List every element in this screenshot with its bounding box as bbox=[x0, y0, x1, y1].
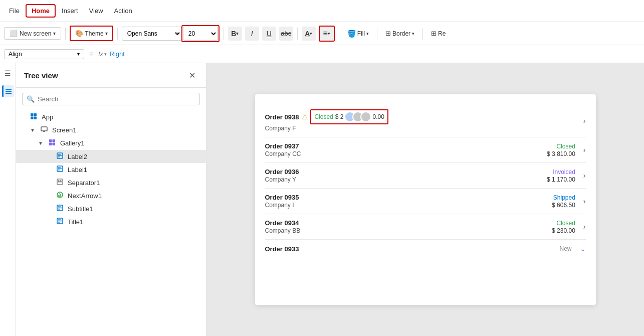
underline-icon: U bbox=[267, 30, 272, 38]
tree-item-label1[interactable]: Label1 bbox=[16, 163, 206, 176]
align-icon: ≡ bbox=[323, 29, 328, 38]
app-label: App bbox=[42, 113, 53, 121]
re-label: Re bbox=[438, 30, 446, 37]
hamburger-icon[interactable]: ☰ bbox=[2, 67, 14, 79]
amount-0935: $ 606.50 bbox=[552, 202, 575, 209]
bold-button[interactable]: B ▾ bbox=[228, 27, 242, 41]
chevron-0934: › bbox=[583, 223, 586, 231]
fill-button[interactable]: 🪣 Fill ▾ bbox=[343, 27, 373, 40]
theme-icon: 🎨 bbox=[75, 30, 83, 37]
divider-7 bbox=[422, 28, 423, 40]
menu-bar: File Home Insert View Action bbox=[0, 0, 644, 22]
menu-file[interactable]: File bbox=[4, 5, 25, 17]
company-0937: Company CC bbox=[265, 150, 301, 157]
svg-rect-1 bbox=[6, 91, 12, 92]
menu-action[interactable]: Action bbox=[109, 5, 137, 17]
screen1-arrow: ▼ bbox=[30, 127, 36, 133]
menu-home[interactable]: Home bbox=[26, 4, 56, 18]
font-color-icon: A bbox=[305, 30, 310, 38]
screen-icon bbox=[41, 126, 48, 134]
main-layout: ☰ Tree view ✕ 🔍 bbox=[0, 63, 644, 336]
side-icons: ☰ bbox=[0, 63, 16, 336]
nextarrow1-icon bbox=[57, 192, 63, 200]
fx-button[interactable]: fx ▾ bbox=[98, 51, 106, 58]
canvas-area: Order 0938 ⚠ Closed $ 2 bbox=[206, 63, 644, 336]
equals-sign: = bbox=[87, 50, 95, 58]
separator1-icon bbox=[57, 179, 63, 187]
gallery-row-2[interactable]: Order 0936 Invoiced Company Y $ 1,170.00… bbox=[265, 163, 586, 189]
border-label: Border bbox=[392, 30, 410, 37]
tree-item-label2[interactable]: Label2 bbox=[16, 150, 206, 163]
gallery-row-3[interactable]: Order 0935 Shipped Company I $ 606.50 › bbox=[265, 189, 586, 214]
strikethrough-button[interactable]: abc bbox=[279, 27, 293, 41]
svg-rect-10 bbox=[53, 139, 56, 142]
gallery-row-5[interactable]: Order 0933 New ⌄ bbox=[265, 240, 586, 258]
avatar-3 bbox=[360, 111, 371, 122]
selected-row-highlight: Closed $ 2 0.00 bbox=[310, 109, 388, 124]
align-button[interactable]: ≡ ▾ bbox=[320, 27, 334, 41]
fill-label: Fill bbox=[357, 30, 365, 37]
gallery-icon bbox=[49, 139, 56, 147]
underline-button[interactable]: U bbox=[262, 27, 276, 41]
strikethrough-icon: abc bbox=[281, 30, 291, 37]
gallery-item-content-0: Order 0938 ⚠ Closed $ 2 bbox=[265, 109, 575, 132]
tree-item-app[interactable]: App bbox=[16, 110, 206, 124]
label2-label: Label2 bbox=[68, 153, 87, 160]
re-icon: ⊞ bbox=[431, 30, 437, 37]
italic-button[interactable]: I bbox=[245, 27, 259, 41]
status-0935: Shipped bbox=[553, 194, 575, 201]
tree-item-separator1[interactable]: Separator1 bbox=[16, 176, 206, 189]
tree-header: Tree view ✕ bbox=[16, 63, 206, 88]
chevron-0936: › bbox=[583, 172, 586, 180]
theme-label: Theme bbox=[85, 30, 103, 37]
svg-rect-9 bbox=[49, 139, 52, 142]
gallery-row-4[interactable]: Order 0934 Closed Company BB $ 230.00 › bbox=[265, 214, 586, 240]
chevron-0933: ⌄ bbox=[580, 245, 586, 253]
company-0934: Company BB bbox=[265, 227, 301, 234]
tree-item-gallery1[interactable]: ▼ Gallery1 bbox=[16, 136, 206, 150]
gallery-item-content-1: Order 0937 Closed Company CC $ 3,810.00 bbox=[265, 142, 575, 157]
svg-point-27 bbox=[59, 196, 61, 198]
gallery-row-0[interactable]: Order 0938 ⚠ Closed $ 2 bbox=[265, 104, 586, 137]
font-size-select[interactable]: 20 bbox=[183, 27, 218, 41]
company-0935: Company I bbox=[265, 202, 294, 209]
amount-0937: $ 3,810.00 bbox=[547, 150, 575, 157]
tree-close-button[interactable]: ✕ bbox=[186, 69, 198, 81]
order-0937: Order 0937 bbox=[265, 142, 299, 150]
theme-chevron-icon: ▾ bbox=[105, 31, 108, 36]
italic-icon: I bbox=[251, 30, 253, 38]
tree-item-nextarrow1[interactable]: NextArrow1 bbox=[16, 189, 206, 202]
warning-icon-0: ⚠ bbox=[302, 113, 308, 121]
tree-item-title1[interactable]: Title1 bbox=[16, 215, 206, 228]
app-icon bbox=[30, 113, 37, 121]
property-selector[interactable]: Align ▾ bbox=[4, 49, 84, 59]
tree-item-subtitle1[interactable]: Subtitle1 bbox=[16, 202, 206, 215]
layers-icon[interactable] bbox=[2, 85, 14, 97]
amount-0936: $ 1,170.00 bbox=[547, 176, 575, 183]
chevron-0935: › bbox=[583, 197, 586, 205]
border-button[interactable]: ⊞ Border ▾ bbox=[381, 27, 418, 40]
tree-item-screen1[interactable]: ▼ Screen1 bbox=[16, 124, 206, 136]
status-0934: Closed bbox=[556, 220, 575, 227]
gallery-row-1[interactable]: Order 0937 Closed Company CC $ 3,810.00 … bbox=[265, 137, 586, 163]
menu-view[interactable]: View bbox=[84, 5, 108, 17]
gallery1-label: Gallery1 bbox=[60, 139, 84, 147]
new-screen-button[interactable]: ⬜ New screen ▾ bbox=[4, 27, 61, 40]
status-0936: Invoiced bbox=[553, 169, 575, 176]
new-screen-label: New screen bbox=[20, 30, 51, 37]
gallery-item-content-3: Order 0935 Shipped Company I $ 606.50 bbox=[265, 194, 575, 209]
search-box: 🔍 bbox=[22, 93, 200, 105]
gallery-item-content-4: Order 0934 Closed Company BB $ 230.00 bbox=[265, 219, 575, 234]
svg-rect-12 bbox=[53, 143, 56, 146]
divider-3 bbox=[224, 28, 224, 40]
label2-icon bbox=[57, 152, 63, 160]
menu-insert[interactable]: Insert bbox=[57, 5, 83, 17]
font-color-button[interactable]: A ▾ bbox=[302, 27, 316, 41]
theme-button[interactable]: 🎨 Theme ▾ bbox=[71, 27, 111, 40]
re-button[interactable]: ⊞ Re bbox=[427, 27, 450, 40]
svg-rect-6 bbox=[34, 117, 37, 120]
search-input[interactable] bbox=[38, 95, 195, 103]
company-0936: Company Y bbox=[265, 176, 296, 183]
title1-label: Title1 bbox=[68, 218, 83, 226]
font-family-select[interactable]: Open Sans bbox=[122, 27, 182, 41]
